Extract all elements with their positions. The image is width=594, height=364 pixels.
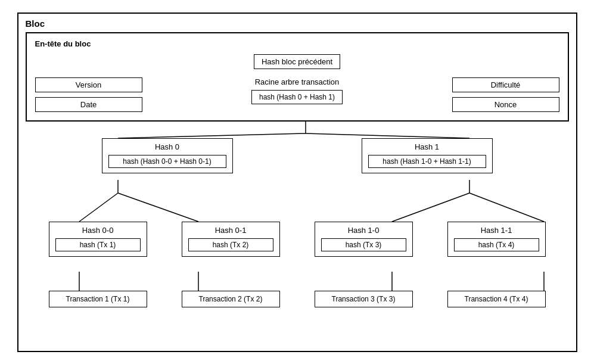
- tx1-node: Transaction 1 (Tx 1): [49, 291, 147, 307]
- svg-line-1: [118, 133, 306, 138]
- bloc-label: Bloc: [26, 18, 569, 29]
- center-fields: Racine arbre transaction hash (Hash 0 + …: [232, 77, 363, 104]
- header-label: En-tête du bloc: [35, 39, 559, 48]
- hash01-node: Hash 0-1 hash (Tx 2): [182, 222, 280, 257]
- hash11-node: Hash 1-1 hash (Tx 4): [447, 222, 546, 257]
- hash0-node: Hash 0 hash (Hash 0-0 + Hash 0-1): [102, 138, 233, 173]
- difficulte-box: Difficulté: [452, 77, 559, 92]
- hash0-inner: hash (Hash 0-0 + Hash 0-1): [108, 155, 226, 168]
- hash1-title: Hash 1: [368, 142, 486, 151]
- tx-level: Transaction 1 (Tx 1) Transaction 2 (Tx 2…: [26, 291, 569, 307]
- racine-label: Racine arbre transaction: [255, 77, 340, 86]
- svg-line-5: [118, 193, 198, 222]
- hash00-inner: hash (Tx 1): [55, 238, 141, 251]
- svg-line-2: [306, 133, 469, 138]
- header-box: En-tête du bloc Hash bloc précédent Vers…: [26, 32, 569, 122]
- hash10-inner: hash (Tx 3): [321, 238, 406, 251]
- svg-line-8: [469, 193, 544, 222]
- header-fields: Version Date Racine arbre transaction ha…: [35, 77, 559, 112]
- tx3-node: Transaction 3 (Tx 3): [315, 291, 413, 307]
- hash01-inner: hash (Tx 2): [188, 238, 273, 251]
- right-fields: Difficulté Nonce: [452, 77, 559, 112]
- hash11-title: Hash 1-1: [454, 226, 539, 235]
- hash1-node: Hash 1 hash (Hash 1-0 + Hash 1-1): [362, 138, 493, 173]
- date-box: Date: [35, 97, 142, 112]
- bloc-container: Bloc En-tête du bloc Hash bloc précédent…: [17, 13, 577, 352]
- hash0-title: Hash 0: [108, 142, 226, 151]
- hash10-node: Hash 1-0 hash (Tx 3): [315, 222, 413, 257]
- hash-precedent-box: Hash bloc précédent: [254, 54, 340, 69]
- racine-inner: hash (Hash 0 + Hash 1): [251, 90, 343, 104]
- svg-line-4: [79, 193, 118, 222]
- left-fields: Version Date: [35, 77, 142, 112]
- version-box: Version: [35, 77, 142, 92]
- nonce-box: Nonce: [452, 97, 559, 112]
- hash10-title: Hash 1-0: [321, 226, 406, 235]
- hash01-title: Hash 0-1: [188, 226, 273, 235]
- svg-line-7: [392, 193, 469, 222]
- leaf-level: Hash 0-0 hash (Tx 1) Hash 0-1 hash (Tx 2…: [26, 222, 569, 257]
- hash1-inner: hash (Hash 1-0 + Hash 1-1): [368, 155, 486, 168]
- tx2-node: Transaction 2 (Tx 2): [182, 291, 280, 307]
- mid-level: Hash 0 hash (Hash 0-0 + Hash 0-1) Hash 1…: [26, 138, 569, 173]
- hash-precedent-row: Hash bloc précédent: [35, 54, 559, 69]
- tx4-node: Transaction 4 (Tx 4): [447, 291, 546, 307]
- tree-area: Hash 0 hash (Hash 0-0 + Hash 0-1) Hash 1…: [26, 122, 569, 318]
- hash00-title: Hash 0-0: [55, 226, 141, 235]
- hash00-node: Hash 0-0 hash (Tx 1): [49, 222, 147, 257]
- hash11-inner: hash (Tx 4): [454, 238, 539, 251]
